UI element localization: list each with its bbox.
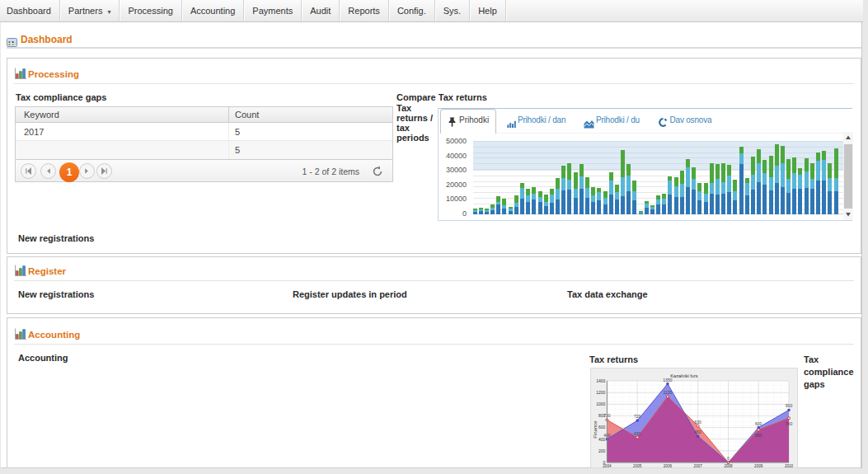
svg-text:600: 600 <box>755 421 762 426</box>
svg-text:1130: 1130 <box>664 390 673 395</box>
svg-text:1200: 1200 <box>596 390 605 395</box>
svg-text:1400: 1400 <box>596 378 605 383</box>
svg-text:200: 200 <box>598 448 606 453</box>
svg-text:2008: 2008 <box>724 464 733 468</box>
svg-text:2005: 2005 <box>633 464 642 468</box>
svg-text:560: 560 <box>755 433 762 438</box>
svg-text:430: 430 <box>634 431 641 436</box>
svg-text:Finance: Finance <box>593 420 598 439</box>
svg-text:2004: 2004 <box>603 464 612 468</box>
svg-text:760: 760 <box>786 421 793 426</box>
svg-text:900: 900 <box>786 403 793 408</box>
svg-text:450: 450 <box>695 429 702 434</box>
svg-text:2010: 2010 <box>785 464 794 468</box>
svg-text:2009: 2009 <box>754 464 763 468</box>
svg-text:1000: 1000 <box>596 401 605 406</box>
svg-text:720: 720 <box>634 414 641 419</box>
svg-text:630: 630 <box>695 420 702 425</box>
svg-text:1350: 1350 <box>663 378 672 382</box>
svg-text:600: 600 <box>598 425 606 429</box>
svg-text:Years: Years <box>690 467 701 469</box>
svg-text:2006: 2006 <box>664 464 673 468</box>
svg-text:Kazalniki furs: Kazalniki furs <box>670 373 697 378</box>
svg-text:0: 0 <box>727 456 730 461</box>
